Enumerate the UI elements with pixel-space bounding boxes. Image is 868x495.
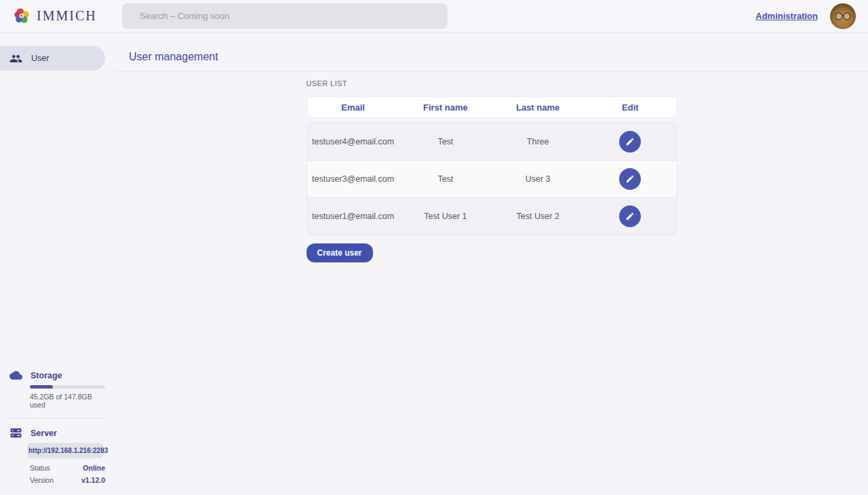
users-icon [9, 52, 22, 65]
sidebar-item-user-label: User [31, 54, 49, 63]
glasses-icon [834, 12, 852, 21]
sidebar: User Storage 45.2GB of 147.8GB used [0, 33, 115, 495]
top-bar: IMMICH Administration [0, 0, 868, 33]
user-table: testuser4@email.com Test Three te [307, 122, 677, 235]
pencil-icon [625, 137, 635, 146]
search-input[interactable] [122, 3, 448, 29]
version-value: v1.12.0 [81, 476, 105, 484]
immich-flower-icon [14, 7, 31, 24]
cell-first-name: Test [399, 174, 492, 184]
pencil-icon [625, 212, 635, 221]
main-header: User management [115, 33, 868, 72]
server-panel-head: Server [9, 427, 105, 439]
column-header-edit: Edit [584, 102, 676, 113]
status-value: Online [83, 464, 105, 472]
sidebar-bottom: Storage 45.2GB of 147.8GB used [0, 369, 115, 495]
page-title: User management [129, 51, 218, 63]
server-url-badge[interactable]: http://192.168.1.216:2283 [27, 443, 103, 458]
brand-wordmark: IMMICH [37, 8, 97, 24]
status-label: Status [30, 464, 50, 472]
server-version-row: Version v1.12.0 [30, 476, 105, 484]
column-header-email: Email [307, 102, 399, 113]
cell-last-name: User 3 [492, 174, 584, 184]
table-row: testuser4@email.com Test Three [307, 123, 677, 160]
main-content: User management USER LIST Email First na… [115, 33, 868, 495]
cell-last-name: Test User 2 [492, 212, 584, 221]
user-list-label: USER LIST [307, 79, 677, 87]
cell-first-name: Test User 1 [399, 212, 492, 221]
avatar[interactable] [830, 3, 856, 29]
content-area: USER LIST Email First name Last name Edi… [115, 72, 868, 262]
storage-progress-fill [30, 385, 53, 389]
column-header-first-name: First name [399, 102, 492, 113]
storage-panel-head: Storage [9, 369, 105, 382]
server-status-row: Status Online [30, 464, 105, 472]
brand[interactable]: IMMICH [14, 7, 122, 24]
server-title: Server [31, 429, 57, 438]
storage-progress-bar [30, 385, 105, 389]
cell-last-name: Three [492, 137, 584, 146]
edit-user-button[interactable] [619, 205, 641, 227]
edit-user-button[interactable] [619, 131, 641, 153]
sidebar-divider [9, 418, 105, 418]
storage-title: Storage [31, 371, 62, 380]
sidebar-item-user[interactable]: User [0, 46, 105, 71]
edit-user-button[interactable] [619, 168, 641, 190]
cell-email: testuser4@email.com [307, 137, 399, 146]
cell-email: testuser1@email.com [307, 212, 399, 221]
administration-link[interactable]: Administration [755, 11, 818, 21]
server-icon [9, 427, 22, 439]
table-row: testuser3@email.com Test User 3 [307, 160, 677, 197]
table-row: testuser1@email.com Test User 1 Test Use… [307, 197, 677, 235]
cell-first-name: Test [399, 137, 492, 146]
table-header-row: Email First name Last name Edit [307, 96, 677, 118]
column-header-last-name: Last name [492, 102, 584, 113]
version-label: Version [30, 476, 54, 484]
storage-usage-text: 45.2GB of 147.8GB used [30, 393, 105, 409]
cell-email: testuser3@email.com [307, 174, 399, 184]
cloud-icon [9, 369, 22, 382]
pencil-icon [625, 174, 635, 184]
create-user-button[interactable]: Create user [307, 243, 373, 262]
